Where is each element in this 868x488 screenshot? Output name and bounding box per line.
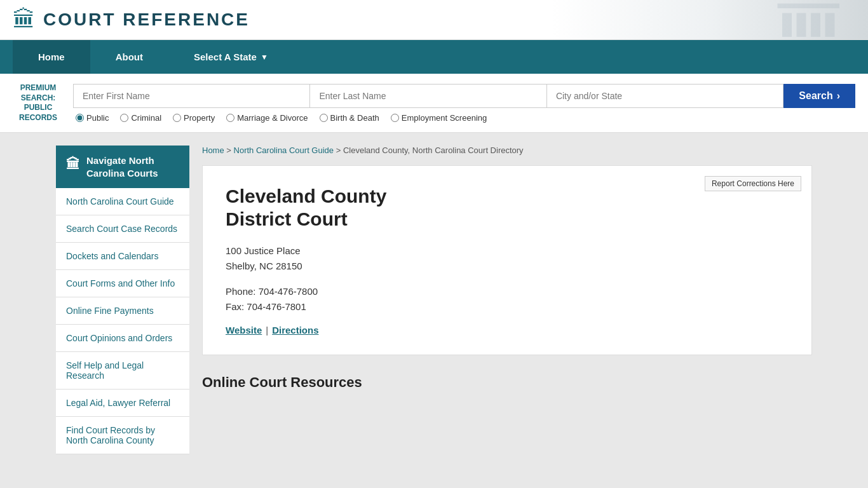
breadcrumb: Home > North Carolina Court Guide > Clev…: [202, 146, 812, 155]
header-bg: [550, 0, 868, 39]
radio-birth-death[interactable]: Birth & Death: [320, 113, 379, 123]
search-fields: Search › Public Criminal Property Marria…: [73, 84, 855, 123]
website-link[interactable]: Website: [226, 325, 262, 336]
address-line2: Shelby, NC 28150: [226, 259, 789, 274]
radio-criminal[interactable]: Criminal: [120, 113, 161, 123]
nav-home[interactable]: Home: [13, 40, 90, 74]
radio-property[interactable]: Property: [173, 113, 215, 123]
sidebar: 🏛 Navigate North Carolina Courts North C…: [56, 146, 189, 454]
main-content: 🏛 Navigate North Carolina Courts North C…: [43, 146, 825, 454]
sidebar-item-legal-aid[interactable]: Legal Aid, Lawyer Referral: [56, 390, 189, 417]
nav-select-state[interactable]: Select A State ▼: [168, 40, 294, 74]
sidebar-item-find-records[interactable]: Find Court Records by North Carolina Cou…: [56, 417, 189, 454]
sidebar-item-fine-payments[interactable]: Online Fine Payments: [56, 297, 189, 325]
link-separator: |: [266, 325, 268, 336]
search-button[interactable]: Search ›: [783, 84, 855, 108]
online-resources-section: Online Court Resources: [202, 368, 812, 397]
address-line1: 100 Justice Place: [226, 243, 789, 259]
online-resources-heading: Online Court Resources: [202, 374, 812, 391]
breadcrumb-sep-1: >: [226, 146, 233, 155]
chevron-down-icon: ▼: [261, 53, 268, 62]
sidebar-item-search-records[interactable]: Search Court Case Records: [56, 215, 189, 243]
sidebar-header-text: Navigate North Carolina Courts: [86, 154, 179, 179]
search-bar: PREMIUM SEARCH: PUBLIC RECORDS Search › …: [0, 74, 868, 133]
court-card: Report Corrections Here Cleveland County…: [202, 165, 812, 355]
breadcrumb-sep-2: >: [336, 146, 343, 155]
site-header: 🏛 COURT REFERENCE 🏛: [0, 0, 868, 40]
court-links: Website | Directions: [226, 325, 789, 336]
sidebar-item-opinions[interactable]: Court Opinions and Orders: [56, 325, 189, 352]
search-label: PREMIUM SEARCH: PUBLIC RECORDS: [13, 83, 64, 123]
courthouse-sidebar-icon: 🏛: [66, 156, 80, 174]
report-corrections-link[interactable]: Report Corrections Here: [705, 176, 801, 191]
first-name-input[interactable]: [73, 84, 310, 108]
sidebar-item-forms[interactable]: Court Forms and Other Info: [56, 270, 189, 297]
main-nav: Home About Select A State ▼: [0, 40, 868, 74]
breadcrumb-current: Cleveland County, North Carolina Court D…: [343, 146, 524, 155]
logo[interactable]: 🏛 COURT REFERENCE: [13, 6, 250, 33]
content-area: Home > North Carolina Court Guide > Clev…: [202, 146, 812, 454]
court-address: 100 Justice Place Shelby, NC 28150: [226, 243, 789, 274]
sidebar-item-nc-court-guide[interactable]: North Carolina Court Guide: [56, 188, 189, 215]
city-state-input[interactable]: [547, 84, 783, 108]
fax-number: Fax: 704-476-7801: [226, 299, 789, 315]
radio-marriage-divorce[interactable]: Marriage & Divorce: [226, 113, 308, 123]
radio-public[interactable]: Public: [76, 113, 109, 123]
directions-link[interactable]: Directions: [272, 325, 318, 336]
nav-about[interactable]: About: [90, 40, 168, 74]
sidebar-header: 🏛 Navigate North Carolina Courts: [56, 146, 189, 188]
sidebar-item-dockets[interactable]: Dockets and Calendars: [56, 243, 189, 270]
search-inputs: Search ›: [73, 84, 855, 108]
phone-number: Phone: 704-476-7800: [226, 284, 789, 299]
sidebar-item-self-help[interactable]: Self Help and Legal Research: [56, 352, 189, 390]
court-title: Cleveland County District Court: [226, 185, 789, 231]
logo-text: COURT REFERENCE: [43, 10, 250, 30]
court-phone: Phone: 704-476-7800 Fax: 704-476-7801: [226, 284, 789, 315]
last-name-input[interactable]: [310, 84, 546, 108]
courthouse-icon: 🏛: [13, 6, 36, 33]
search-type-radios: Public Criminal Property Marriage & Divo…: [76, 113, 855, 123]
breadcrumb-nc-guide[interactable]: North Carolina Court Guide: [234, 146, 334, 155]
radio-employment[interactable]: Employment Screening: [391, 113, 487, 123]
breadcrumb-home[interactable]: Home: [202, 146, 224, 155]
